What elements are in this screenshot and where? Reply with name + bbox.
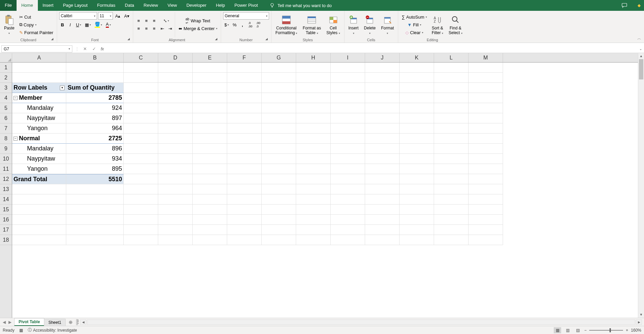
cell[interactable]: [434, 174, 469, 184]
cell[interactable]: [296, 194, 331, 205]
cell[interactable]: [193, 205, 227, 215]
cell[interactable]: [193, 194, 227, 205]
cell[interactable]: [66, 73, 124, 83]
cell[interactable]: [124, 174, 158, 184]
cell[interactable]: [227, 164, 262, 174]
cell[interactable]: [227, 215, 262, 225]
row-header-1[interactable]: 1: [0, 63, 12, 73]
cell[interactable]: [296, 235, 331, 245]
cell[interactable]: [365, 235, 400, 245]
row-header-4[interactable]: 4: [0, 93, 12, 103]
cell[interactable]: [469, 123, 503, 134]
cell[interactable]: [400, 144, 434, 154]
cell[interactable]: [331, 174, 365, 184]
cell[interactable]: [158, 225, 193, 235]
cell[interactable]: [193, 215, 227, 225]
cell[interactable]: [124, 134, 158, 144]
ribbon-tab-insert[interactable]: Insert: [38, 0, 58, 11]
ribbon-tab-home[interactable]: Home: [17, 0, 38, 11]
cell[interactable]: [434, 103, 469, 113]
cell[interactable]: [66, 194, 124, 205]
scroll-thumb[interactable]: [639, 59, 643, 79]
number-format-combo[interactable]: General▾: [223, 12, 269, 20]
cell[interactable]: [66, 215, 124, 225]
column-header-A[interactable]: A: [12, 53, 66, 62]
name-box[interactable]: G7 ▾: [1, 45, 72, 52]
cell[interactable]: [400, 235, 434, 245]
fill-button[interactable]: ▼ Fill ▾: [400, 21, 428, 28]
cell[interactable]: Sum of Quantity: [66, 83, 124, 93]
increase-indent-button[interactable]: ⇥: [167, 25, 173, 32]
cell[interactable]: [193, 134, 227, 144]
cut-button[interactable]: ✂ Cut: [18, 13, 55, 21]
cell[interactable]: [296, 154, 331, 164]
cell[interactable]: Naypyitaw: [12, 113, 66, 123]
cell[interactable]: [124, 164, 158, 174]
row-header-18[interactable]: 18: [0, 235, 12, 245]
cell[interactable]: −Normal: [12, 134, 66, 144]
cell[interactable]: [400, 113, 434, 123]
cell[interactable]: Mandalay: [12, 103, 66, 113]
cell[interactable]: [434, 184, 469, 194]
ribbon-tab-power-pivot[interactable]: Power Pivot: [230, 0, 262, 11]
column-header-H[interactable]: H: [296, 53, 331, 62]
column-header-G[interactable]: G: [262, 53, 296, 62]
ribbon-tab-view[interactable]: View: [163, 0, 182, 11]
cell[interactable]: [158, 103, 193, 113]
cell[interactable]: [124, 73, 158, 83]
sheet-tab-sheet1[interactable]: Sheet1: [44, 319, 66, 326]
cell[interactable]: [365, 123, 400, 134]
cell[interactable]: [400, 225, 434, 235]
cell[interactable]: [158, 144, 193, 154]
cell[interactable]: [193, 174, 227, 184]
cell[interactable]: [331, 164, 365, 174]
copy-button[interactable]: ⧉ Copy ▾: [18, 21, 55, 28]
cell[interactable]: [434, 225, 469, 235]
cell[interactable]: [400, 205, 434, 215]
cell[interactable]: [400, 103, 434, 113]
column-header-B[interactable]: B: [66, 53, 124, 62]
format-cells-button[interactable]: Format▾: [379, 12, 396, 37]
cell[interactable]: [296, 215, 331, 225]
merge-center-button[interactable]: ⬌ Merge & Center ▾: [177, 25, 219, 32]
cell[interactable]: [469, 134, 503, 144]
cell[interactable]: [469, 154, 503, 164]
find-select-button[interactable]: Find & Select ▾: [447, 12, 464, 37]
cell[interactable]: [296, 164, 331, 174]
cell[interactable]: [262, 215, 296, 225]
cell[interactable]: [227, 154, 262, 164]
cell[interactable]: [262, 103, 296, 113]
column-header-M[interactable]: M: [469, 53, 503, 62]
underline-button[interactable]: U▾: [75, 21, 82, 28]
horizontal-scrollbar[interactable]: [87, 319, 635, 325]
conditional-formatting-button[interactable]: Conditional Formatting ▾: [273, 12, 300, 37]
cell[interactable]: [296, 144, 331, 154]
cell[interactable]: [331, 184, 365, 194]
cell[interactable]: [262, 184, 296, 194]
cell[interactable]: [331, 73, 365, 83]
format-painter-button[interactable]: ✎ Format Painter: [18, 29, 55, 36]
borders-button[interactable]: ▦▾: [84, 21, 92, 28]
ribbon-tab-developer[interactable]: Developer: [182, 0, 211, 11]
row-header-11[interactable]: 11: [0, 164, 12, 174]
cell[interactable]: [227, 73, 262, 83]
cell[interactable]: [158, 164, 193, 174]
clear-button[interactable]: ◇ Clear ▾: [400, 29, 428, 36]
cell[interactable]: [434, 194, 469, 205]
font-name-combo[interactable]: Calibri▾: [59, 12, 97, 20]
cell[interactable]: [296, 93, 331, 103]
cell[interactable]: [296, 184, 331, 194]
cell[interactable]: [469, 83, 503, 93]
row-header-7[interactable]: 7: [0, 123, 12, 134]
alignment-launcher-icon[interactable]: ◢: [214, 37, 219, 42]
cell[interactable]: 934: [66, 154, 124, 164]
cell[interactable]: [227, 93, 262, 103]
cell[interactable]: [331, 93, 365, 103]
new-sheet-button[interactable]: ⊕: [65, 318, 76, 326]
row-header-15[interactable]: 15: [0, 205, 12, 215]
cell[interactable]: [262, 73, 296, 83]
cell[interactable]: [331, 154, 365, 164]
number-launcher-icon[interactable]: ◢: [264, 37, 269, 42]
cell[interactable]: [193, 63, 227, 73]
decrease-decimal-button[interactable]: .00.0: [255, 21, 262, 28]
